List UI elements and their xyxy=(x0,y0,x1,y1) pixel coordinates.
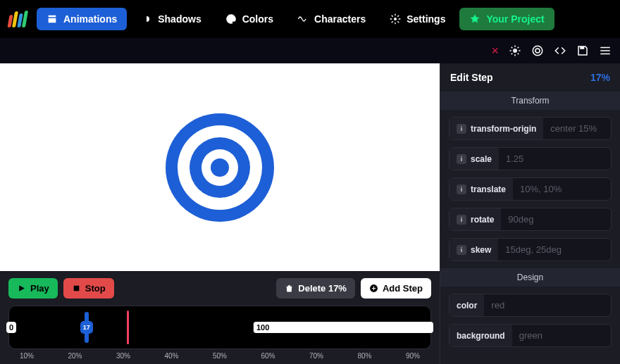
tick: 60% xyxy=(261,352,275,360)
tick: 90% xyxy=(406,352,420,360)
canvas xyxy=(0,63,440,271)
field-label: skew xyxy=(471,245,491,255)
tick: 10% xyxy=(20,352,34,360)
code-icon[interactable] xyxy=(554,44,566,57)
panel-percent: 17% xyxy=(590,72,610,83)
section-design: Design xyxy=(440,268,620,287)
nav-label: Animations xyxy=(63,13,117,25)
preview-shape xyxy=(166,113,274,222)
logo xyxy=(8,11,27,27)
add-label: Add Step xyxy=(383,283,423,294)
svg-rect-5 xyxy=(580,46,584,49)
field-rotate: irotate xyxy=(449,208,612,231)
play-label: Play xyxy=(30,283,49,294)
nav-shadows[interactable]: Shadows xyxy=(131,8,211,30)
tick: 80% xyxy=(357,352,371,360)
step-marker-label: 17 xyxy=(80,321,93,334)
nav-label: Colors xyxy=(242,13,273,25)
field-label: scale xyxy=(471,154,492,164)
timeline: 0 17 100 10% 20% 30% 40% 50% 60% 70% 80%… xyxy=(0,301,440,364)
play-icon xyxy=(17,284,26,293)
input-skew[interactable] xyxy=(498,239,612,261)
timeline-ticks: 10% 20% 30% 40% 50% 60% 70% 80% 90% xyxy=(8,349,431,360)
field-translate: itranslate xyxy=(449,177,612,201)
playhead[interactable] xyxy=(127,310,129,344)
field-transform-origin: itransform-origin xyxy=(449,117,612,140)
field-color: color xyxy=(449,294,612,317)
main-area: Play Stop Delete 17% Add Step 0 17 xyxy=(0,63,620,364)
info-icon[interactable]: i xyxy=(457,124,466,134)
plus-circle-icon xyxy=(369,284,378,293)
nav-characters[interactable]: Characters xyxy=(287,8,376,30)
input-background[interactable] xyxy=(512,325,612,346)
tick: 40% xyxy=(164,352,178,360)
field-background: background xyxy=(449,324,612,347)
input-scale[interactable] xyxy=(499,148,612,170)
moon-sun-icon xyxy=(141,13,152,25)
nav-label: Your Project xyxy=(486,13,544,25)
nav-settings[interactable]: Settings xyxy=(380,8,455,30)
star-icon xyxy=(469,13,480,25)
field-label: color xyxy=(457,301,477,310)
timeline-end[interactable]: 100 xyxy=(253,322,433,333)
input-translate[interactable] xyxy=(513,178,612,200)
input-rotate[interactable] xyxy=(501,208,612,230)
gear-icon xyxy=(390,13,401,25)
field-label: background xyxy=(457,331,505,341)
nav-your-project[interactable]: Your Project xyxy=(459,8,554,30)
left-column: Play Stop Delete 17% Add Step 0 17 xyxy=(0,63,440,364)
info-icon[interactable]: i xyxy=(457,184,466,194)
action-bar: × xyxy=(0,38,620,63)
panel-title: Edit Step xyxy=(450,72,493,83)
stop-label: Stop xyxy=(85,283,106,294)
delete-label: Delete 17% xyxy=(298,283,347,294)
info-icon[interactable]: i xyxy=(457,245,466,255)
svg-point-3 xyxy=(533,46,542,56)
timeline-track[interactable]: 0 17 100 xyxy=(8,306,431,349)
svg-point-1 xyxy=(394,18,397,20)
save-icon[interactable] xyxy=(576,44,589,57)
stop-icon xyxy=(72,284,81,293)
palette-icon xyxy=(225,13,237,25)
delete-step-button[interactable]: Delete 17% xyxy=(276,278,355,299)
nav-colors[interactable]: Colors xyxy=(216,8,283,30)
clapper-icon xyxy=(46,13,58,25)
info-icon[interactable]: i xyxy=(457,154,466,164)
edit-step-panel: Edit Step 17% Transform itransform-origi… xyxy=(440,63,620,364)
section-transform: Transform xyxy=(440,92,620,110)
nav-label: Shadows xyxy=(158,13,201,25)
tick: 70% xyxy=(309,352,323,360)
nav-label: Characters xyxy=(314,13,366,25)
brightness-icon[interactable] xyxy=(509,44,521,57)
add-step-button[interactable]: Add Step xyxy=(361,278,431,299)
stop-button[interactable]: Stop xyxy=(63,278,114,299)
input-transform-origin[interactable] xyxy=(543,118,612,139)
close-icon[interactable]: × xyxy=(491,44,499,58)
field-scale: iscale xyxy=(449,147,612,170)
tick: 30% xyxy=(116,352,130,360)
svg-rect-6 xyxy=(73,286,79,291)
nav-animations[interactable]: Animations xyxy=(37,8,127,30)
field-label: rotate xyxy=(471,215,494,225)
tick: 50% xyxy=(213,352,227,360)
field-skew: iskew xyxy=(449,238,612,261)
top-nav: Animations Shadows Colors Characters Set… xyxy=(0,0,620,38)
step-marker[interactable]: 17 xyxy=(82,312,92,343)
input-color[interactable] xyxy=(484,294,612,316)
nav-label: Settings xyxy=(407,13,445,25)
timeline-start[interactable]: 0 xyxy=(6,322,16,333)
tick: 20% xyxy=(68,352,82,360)
target-icon[interactable] xyxy=(531,44,544,57)
play-button[interactable]: Play xyxy=(8,278,58,299)
svg-point-2 xyxy=(513,49,517,53)
controls-bar: Play Stop Delete 17% Add Step xyxy=(0,271,440,301)
panel-header: Edit Step 17% xyxy=(440,63,620,92)
wave-icon xyxy=(297,13,309,25)
trash-icon xyxy=(285,284,294,293)
info-icon[interactable]: i xyxy=(457,215,466,225)
field-label: translate xyxy=(471,184,506,194)
field-label: transform-origin xyxy=(471,124,536,134)
menu-icon[interactable] xyxy=(599,44,612,57)
svg-point-4 xyxy=(535,49,540,53)
